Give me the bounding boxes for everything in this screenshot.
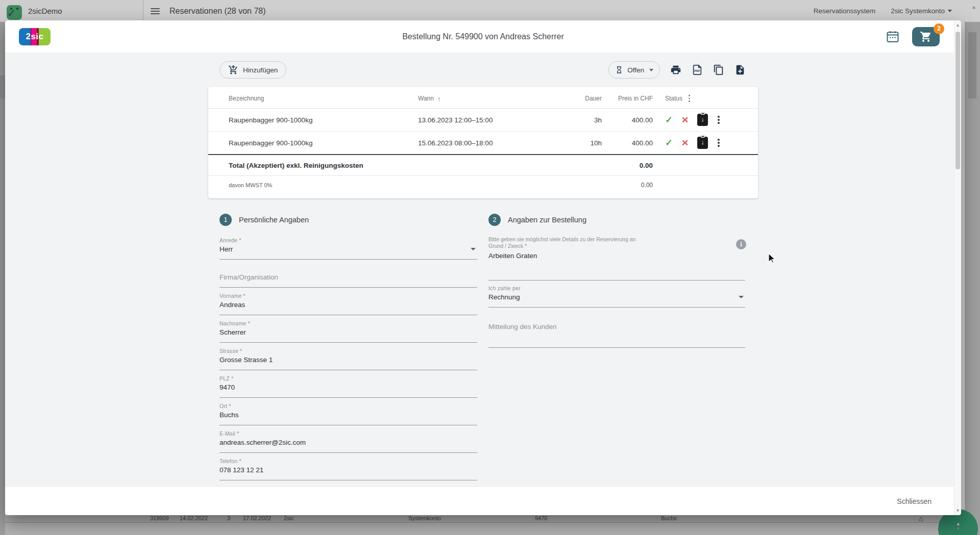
scroll-thumb[interactable] [955,32,960,169]
strasse-field[interactable]: Strasse * Grosse Strasse 1 [219,348,477,370]
col-wann[interactable]: Wann ↑ [418,95,561,103]
dialog-title: Bestellung Nr. 549900 von Andreas Scherr… [5,32,961,41]
reject-icon[interactable]: ✕ [681,115,689,125]
status-label: Offen [627,66,644,74]
cart-button[interactable]: 2 [912,27,940,46]
pdf-icon[interactable]: PDF [692,64,703,75]
bg-cell: 2sic [284,515,294,521]
order-dialog: 2sic Bestellung Nr. 549900 von Andreas S… [5,20,961,515]
column-menu-icon[interactable] [688,94,691,103]
account-label: 2sic Systemkonto [891,7,945,15]
status-dropdown[interactable]: Offen [608,61,660,79]
vat-value: 0.00 [602,182,653,189]
svg-text:PDF: PDF [694,69,700,72]
close-button[interactable]: Schliessen [890,493,939,509]
vorname-field[interactable]: Vorname * Andreas [219,293,477,315]
select-caret-icon [471,248,476,250]
item-when: 15.06.2023 08:00–18:00 [418,139,561,147]
vat-label: davon MWST 0% [229,182,602,188]
step-1-badge: 1 [219,214,232,226]
bg-cell: 17.02.2022 [243,515,271,521]
table-row: Raupenbagger 900-1000kg 15.06.2023 08:00… [208,131,758,154]
bg-cell: Systemkonto [408,515,441,521]
order-heading: Angaben zur Bestellung [508,216,586,224]
col-status: Status [653,94,743,103]
dialog-scrollbar[interactable]: ▲ ▼ [954,20,961,515]
dialog-body: Hinzufügen Offen [5,53,961,487]
firma-field[interactable]: Firma/Organisation [219,265,477,288]
bg-cell: 9470 [535,515,547,521]
bg-cell: 319909 [150,515,169,521]
item-duration: 3h [561,116,602,124]
item-duration: 10h [561,139,602,147]
bg-cell: Buchs [661,515,677,521]
menu-icon[interactable] [151,8,160,14]
row-menu-icon[interactable] [717,115,721,125]
2sic-logo: 2sic [19,28,51,45]
personal-heading: Persönliche Angaben [239,216,309,224]
info-icon[interactable]: i [736,239,746,249]
items-card: Bezeichnung Wann ↑ Dauer Preis in CHF St… [208,87,758,198]
add-button-label: Hinzufügen [243,66,278,74]
assignment-returned-icon[interactable]: ↓ [697,114,708,126]
assignment-returned-icon[interactable]: ↓ [697,137,708,149]
item-price: 400.00 [602,139,653,147]
mitteilung-field[interactable]: Mitteilung des Kunden [488,323,745,348]
col-bezeichnung: Bezeichnung [229,95,418,102]
app-name: 2sicDemo [28,7,62,15]
dialog-footer: Schliessen [5,487,961,515]
sort-asc-icon: ↑ [437,95,441,103]
scroll-up-icon: ▲ [954,22,961,28]
purpose-field[interactable]: Bitte geben sie möglichst viele Details … [488,236,745,281]
scroll-down-icon: ▼ [954,508,961,513]
print-icon[interactable] [670,64,681,75]
system-link[interactable]: Reservationssystem [814,7,876,15]
item-price: 400.00 [602,116,653,124]
total-row: Total (Akzeptiert) exkl. Reinigungskoste… [208,154,758,175]
total-value: 0.00 [602,162,653,169]
hourglass-icon [615,66,623,74]
reject-icon[interactable]: ✕ [681,138,689,148]
accept-icon[interactable]: ✓ [665,137,673,148]
col-preis: Preis in CHF [602,95,653,102]
ort-field[interactable]: Ort * Buchs [219,403,477,425]
anrede-field[interactable]: Anrede * Herr [219,237,477,260]
row-menu-icon[interactable] [717,138,721,148]
add-shopping-cart-icon [228,65,238,75]
chevron-down-icon [649,69,653,71]
col-dauer: Dauer [561,95,602,102]
telefon-field[interactable]: Telefon * 078 123 12 21 [219,458,477,480]
order-section: 2 Angaben zur Bestellung Bitte geben sie… [488,214,745,480]
bg-cell: 14.02.2022 [180,515,208,521]
bg-cell: 3 [227,515,230,521]
inner-scroll-down-icon[interactable]: ▼ [955,524,961,530]
personal-section: 1 Persönliche Angaben Anrede * Herr Firm… [219,214,477,480]
cart-icon [920,31,932,43]
app-logo-icon: ✓ [7,5,22,20]
sidebar-header: ✓ 2sicDemo [0,0,143,22]
screen: ✓ 2sicDemo Reservationen (28 von 78) Res… [0,0,980,535]
cart-badge: 2 [934,23,944,34]
nachname-field[interactable]: Nachname * Scherrer [219,320,477,343]
add-button[interactable]: Hinzufügen [219,61,286,79]
page-scrollbar[interactable]: ▼ [965,22,980,535]
accept-icon[interactable]: ✓ [665,114,673,125]
account-menu[interactable]: 2sic Systemkonto [891,7,952,15]
calendar-icon[interactable] [886,30,900,44]
page-title: Reservationen (28 von 78) [169,7,266,16]
dialog-header: 2sic Bestellung Nr. 549900 von Andreas S… [5,20,961,53]
dimmed-page-bottom: 319909 14.02.2022 3 17.02.2022 2sic Syst… [5,515,965,535]
table-header: Bezeichnung Wann ↑ Dauer Preis in CHF St… [208,89,758,109]
plz-field[interactable]: PLZ * 9470 [219,375,477,398]
item-name: Raupenbagger 900-1000kg [229,139,418,147]
page-scroll-up-icon[interactable]: ▲ [971,4,976,10]
dimmed-sidebar-edge [0,22,5,535]
select-caret-icon [739,296,744,298]
copy-icon[interactable] [713,64,724,75]
email-field[interactable]: E-Mail * andreas.scherrer@2sic.com [219,430,477,453]
item-when: 13.06.2023 12:00–15:00 [418,116,561,124]
zahlung-field[interactable]: Ich zahle per Rechnung [488,285,745,308]
table-row: Raupenbagger 900-1000kg 13.06.2023 12:00… [208,109,758,131]
step-2-badge: 2 [488,214,501,226]
note-add-icon[interactable] [734,64,746,75]
